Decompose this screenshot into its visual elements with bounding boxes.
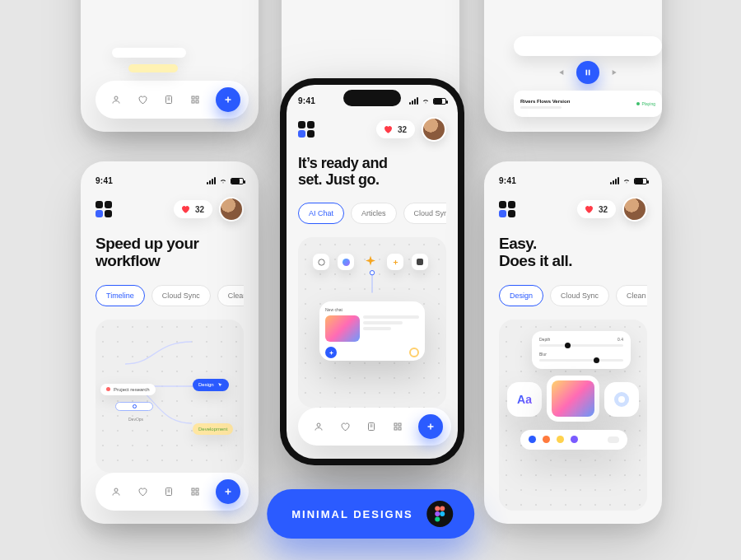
battery-icon [433,98,446,105]
partial-card-top-left [81,0,259,132]
note-icon[interactable] [366,421,377,432]
phone-frame: 9:41 32 It’s ready andset. J [280,78,464,465]
ring-card[interactable] [604,382,639,417]
status-bar: 9:41 [499,176,647,185]
placeholder-node [112,48,186,58]
battery-icon [231,178,244,184]
add-button[interactable] [216,479,240,504]
app-logo[interactable] [499,201,515,217]
like-count: 32 [195,205,204,214]
svg-point-14 [114,488,118,492]
wifi-icon [622,177,631,184]
grid-icon[interactable] [189,94,201,105]
chip-clean-up[interactable]: Clean up [616,285,647,306]
illustration-design: Depth0.4 Blur Aa [499,320,647,511]
note-icon[interactable] [163,486,175,497]
phone-notch [343,90,401,106]
figma-icon [426,501,453,527]
play-pause-button[interactable] [576,61,599,84]
avatar[interactable] [422,117,446,142]
signal-icon [610,177,619,184]
chip-clean-up[interactable]: Clean up [217,285,244,306]
svg-rect-13 [589,70,590,76]
user-icon[interactable] [110,486,122,497]
svg-point-29 [440,506,445,511]
hero-title: Speed up yourworkflow [96,235,244,270]
sliders-card[interactable]: Depth0.4 Blur [532,331,631,369]
svg-rect-16 [192,488,194,491]
node-design[interactable]: Design [193,379,229,391]
heart-icon[interactable] [137,94,148,105]
wifi-icon [218,177,228,184]
svg-rect-19 [196,492,198,495]
like-pill[interactable]: 32 [577,200,616,218]
illustration-ai-chat: New chat [298,237,446,408]
media-progress [514,36,662,56]
typography-card[interactable]: Aa [507,382,542,417]
palette-card[interactable] [520,430,627,450]
banner-text: MINIMAL DESIGNS [291,508,413,520]
add-button[interactable] [216,87,240,112]
aa-label: Aa [517,393,532,406]
prev-icon[interactable] [557,68,565,77]
chip-cloud-sync[interactable]: Cloud Sync [151,285,211,306]
svg-rect-18 [192,492,194,495]
playing-state: Playing [636,101,655,106]
node-devops-label: DevOps [128,417,143,422]
add-button[interactable] [418,414,443,439]
svg-point-22 [317,423,320,427]
bottom-dock [96,81,249,119]
like-pill[interactable]: 32 [376,120,415,138]
chip-row: Timeline Cloud Sync Clean up Ar [96,285,244,306]
node-outline[interactable] [115,402,153,411]
heart-icon [180,204,190,214]
grid-icon[interactable] [392,421,403,432]
svg-rect-12 [586,70,588,76]
status-time: 9:41 [298,96,315,105]
heart-icon[interactable] [339,421,351,432]
chip-design[interactable]: Design [499,285,543,306]
svg-point-21 [370,271,374,275]
bottom-dock [96,473,249,511]
svg-point-31 [440,511,445,516]
partial-card-top-right: Rivers Flows Version Playing [484,0,662,132]
avatar[interactable] [219,197,244,222]
chip-ai-chat[interactable]: AI Chat [298,203,344,224]
gradient-thumb [325,315,360,342]
chat-window-card[interactable]: New chat [319,301,425,361]
app-logo[interactable] [96,201,112,217]
screen-card-right: 9:41 32 Easy.Does it all. Design Cloud S… [484,161,662,524]
chip-timeline[interactable]: Timeline [96,285,145,306]
cursor-icon [217,382,223,388]
svg-rect-4 [192,100,194,103]
now-playing-card[interactable]: Rivers Flows Version Playing [514,91,662,117]
chip-cloud-sync[interactable]: Cloud Sync [550,285,609,306]
note-icon[interactable] [163,94,175,105]
wifi-icon [421,97,431,105]
status-time: 9:41 [96,176,113,185]
avatar[interactable] [622,197,647,222]
user-icon[interactable] [313,421,324,432]
user-icon[interactable] [110,94,122,105]
node-development[interactable]: Development [193,423,233,435]
add-icon[interactable] [325,347,337,358]
status-time: 9:41 [499,176,516,185]
node-root[interactable]: Project research [100,384,156,395]
svg-rect-17 [196,488,198,491]
chip-cloud-sync[interactable]: Cloud Sync [403,203,446,224]
status-ring-icon [409,348,419,357]
next-icon[interactable] [611,68,619,77]
placeholder-node [128,64,178,72]
app-logo[interactable] [298,121,315,138]
banner-pill[interactable]: MINIMAL DESIGNS [267,489,474,539]
svg-point-0 [114,96,118,100]
gradient-card[interactable] [547,376,599,422]
track-title: Rivers Flows Version [520,99,570,104]
like-pill[interactable]: 32 [174,200,212,218]
heart-icon[interactable] [137,486,148,497]
card-title: New chat [325,307,419,312]
svg-rect-3 [196,96,198,99]
hero-title: Easy.Does it all. [499,235,647,270]
grid-icon[interactable] [189,486,201,497]
chip-articles[interactable]: Articles [351,203,397,224]
